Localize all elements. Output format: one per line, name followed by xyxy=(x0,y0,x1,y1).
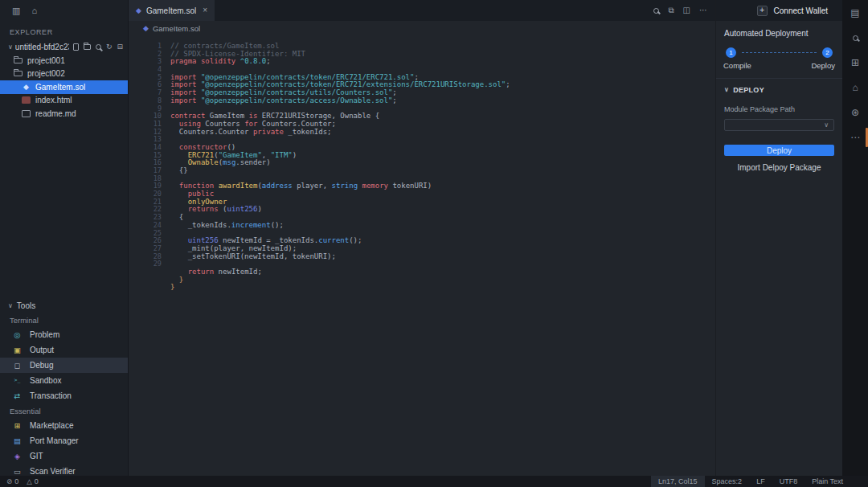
line-number: 15 xyxy=(129,152,170,160)
line-number: 24 xyxy=(129,222,170,230)
cursor-position[interactable]: Ln17, Col15 xyxy=(651,476,705,487)
line-number: 11 xyxy=(129,121,170,129)
brand-icon[interactable]: ⊛ xyxy=(849,106,862,119)
close-tab-icon[interactable]: × xyxy=(203,6,207,14)
code-line: } xyxy=(129,284,715,292)
tab-gameitem-sol[interactable]: ◆ GameItem.sol × xyxy=(129,0,215,21)
deploy-panel-icon[interactable]: ▤ xyxy=(849,6,862,19)
tool-label: GIT xyxy=(30,452,43,460)
file-index-html[interactable]: index.html xyxy=(0,94,128,108)
tool-label: Port Manager xyxy=(30,436,79,445)
line-number: 26 xyxy=(129,237,170,245)
line-number: 23 xyxy=(129,214,170,222)
line-number: 13 xyxy=(129,136,170,144)
tools-section-label: Essential xyxy=(0,403,128,418)
tool-port-manager[interactable]: ▤Port Manager xyxy=(0,433,128,448)
line-number: 4 xyxy=(129,66,170,74)
deploy-button[interactable]: Deploy xyxy=(724,145,834,156)
tool-debug[interactable]: ◻Debug xyxy=(0,358,128,373)
eol-sequence[interactable]: LF xyxy=(749,476,772,487)
deploy-section-header[interactable]: ∨ DEPLOY xyxy=(716,79,842,99)
more-tools-icon[interactable]: ⋯ xyxy=(849,131,862,144)
activity-rail: ▤⊞⌂⊛⋯ xyxy=(842,0,868,476)
new-file-icon[interactable] xyxy=(73,43,79,51)
editor-region: ◆ GameItem.sol × ⧉◫⋯ ◆ GameItem.sol 1// … xyxy=(129,0,715,476)
line-number: 3 xyxy=(129,58,170,66)
line-number: 17 xyxy=(129,167,170,175)
connect-wallet-button[interactable]: Connect Wallet xyxy=(774,6,828,15)
status-right: Ln17, Col15Spaces:2LFUTF8Plain Text xyxy=(651,476,868,487)
code-line: 8import "@openzeppelin/contracts/access/… xyxy=(129,97,715,105)
breadcrumb[interactable]: ◆ GameItem.sol xyxy=(129,21,715,35)
line-number: 21 xyxy=(129,198,170,207)
zoom-icon[interactable] xyxy=(653,8,659,14)
refresh-explorer-icon[interactable]: ↻ xyxy=(106,43,113,51)
code-line: 22 returns (uint256) xyxy=(129,206,715,214)
more-actions-icon[interactable]: ⋯ xyxy=(699,6,707,14)
chevron-down-icon: ∨ xyxy=(724,87,729,93)
file-label: readme.md xyxy=(35,109,76,118)
line-number: 5 xyxy=(129,74,170,82)
code-text: _setTokenURI(newItemId, tokenURI); xyxy=(170,253,336,261)
problem-icon: ◎ xyxy=(12,329,23,340)
line-number: 25 xyxy=(129,230,170,238)
warnings-indicator[interactable]: △0 xyxy=(27,477,39,485)
tools-header[interactable]: ∨ Tools xyxy=(0,299,128,313)
indentation[interactable]: Spaces:2 xyxy=(705,476,750,487)
tool-output[interactable]: ▣Output xyxy=(0,342,128,358)
line-number: 12 xyxy=(129,129,170,137)
code-line: 3pragma solidity ^0.8.0; xyxy=(129,58,715,66)
code-text: returns (uint256) xyxy=(170,206,262,214)
dev-home-icon[interactable]: ⌂ xyxy=(849,81,862,94)
tool-label: Sandbox xyxy=(30,376,61,385)
code-line: 28 _setTokenURI(newItemId, tokenURI); xyxy=(129,253,715,261)
layout-toggle-icon[interactable]: ▥ xyxy=(12,6,20,15)
solidity-file-icon: ◆ xyxy=(136,7,141,14)
new-folder-icon[interactable] xyxy=(84,44,91,50)
line-number: 7 xyxy=(129,89,170,97)
tool-problem[interactable]: ◎Problem xyxy=(0,327,128,342)
tool-git[interactable]: ◈GIT xyxy=(0,448,128,464)
deploy-panel-icon: ▤ xyxy=(850,8,859,18)
tool-label: Transaction xyxy=(30,391,72,400)
deploy-panel: + Connect Wallet Automated Deployment 1 … xyxy=(715,0,842,476)
line-number: 9 xyxy=(129,105,170,113)
code-line: 12 Counters.Counter private _tokenIds; xyxy=(129,129,715,137)
errors-indicator[interactable]: ⊘0 xyxy=(6,477,18,485)
tool-label: Debug xyxy=(30,361,53,370)
plugins-grid-icon[interactable]: ⊞ xyxy=(849,56,862,69)
port-manager-icon: ▤ xyxy=(12,436,23,446)
language-mode[interactable]: Plain Text xyxy=(805,476,850,487)
sandbox-terminal-icon: >_ xyxy=(12,375,23,386)
step-1-badge: 1 xyxy=(726,47,736,58)
file-label: project001 xyxy=(27,56,65,65)
module-package-path-select[interactable]: ∨ xyxy=(724,119,834,131)
tool-marketplace[interactable]: ⊞Marketplace xyxy=(0,418,128,433)
code-text: {} xyxy=(170,167,188,175)
tool-transaction[interactable]: ⇄Transaction xyxy=(0,388,128,403)
folder-project001[interactable]: project001 xyxy=(0,54,128,68)
file-readme-md[interactable]: readme.md xyxy=(0,107,128,121)
search-icon[interactable] xyxy=(849,31,862,44)
code-editor[interactable]: 1// contracts/GameItem.sol2// SPDX-Licen… xyxy=(129,35,715,476)
import-deploy-package-link[interactable]: Import Delpoy Package xyxy=(716,163,842,172)
folder-project002[interactable]: project002 xyxy=(0,68,128,81)
collapse-folders-icon[interactable]: ⊟ xyxy=(117,43,123,51)
tool-sandbox[interactable]: >_Sandbox xyxy=(0,373,128,388)
line-number xyxy=(129,268,170,276)
workspace-root-row[interactable]: ∨ untitled-bfd2c23... ↻⊟ xyxy=(0,40,128,54)
home-icon[interactable]: ⌂ xyxy=(31,6,37,15)
tools-list: Terminal◎Problem▣Output◻Debug>_Sandbox⇄T… xyxy=(0,313,128,479)
plus-icon[interactable]: + xyxy=(757,6,768,16)
line-number: 2 xyxy=(129,51,170,59)
sidebar-top-icons: ▥⌂ xyxy=(0,0,128,21)
chevron-down-icon: ∨ xyxy=(824,122,829,129)
search-files-icon[interactable] xyxy=(96,44,101,50)
transaction-icon: ⇄ xyxy=(12,391,23,401)
plugins-grid-icon: ⊞ xyxy=(851,58,859,68)
deploy-step-label: Deploy xyxy=(811,61,835,70)
encoding[interactable]: UTF8 xyxy=(772,476,805,487)
file-gameitem-sol[interactable]: ◆GameItem.sol xyxy=(0,80,128,94)
preview-icon[interactable]: ⧉ xyxy=(668,6,674,14)
split-editor-icon[interactable]: ◫ xyxy=(683,6,690,14)
